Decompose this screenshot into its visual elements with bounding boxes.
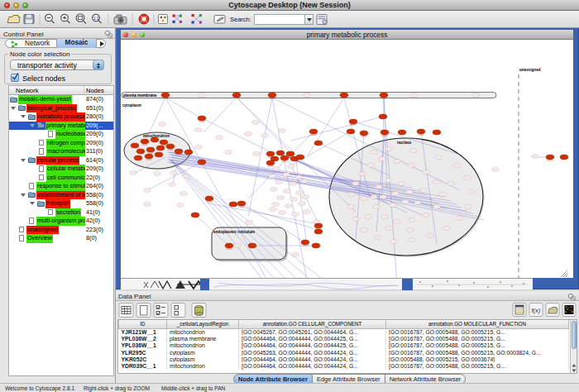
svg-text:cytoplasm: cytoplasm	[122, 103, 141, 108]
svg-text:plasma membrane: plasma membrane	[123, 93, 157, 98]
svg-text:unassigned: unassigned	[519, 68, 541, 72]
svg-text:nucleus: nucleus	[397, 141, 412, 145]
svg-text:1:1: 1:1	[93, 17, 99, 21]
svg-text:f(x): f(x)	[532, 307, 541, 314]
svg-text:endoplasmic reticulum: endoplasmic reticulum	[213, 230, 255, 234]
